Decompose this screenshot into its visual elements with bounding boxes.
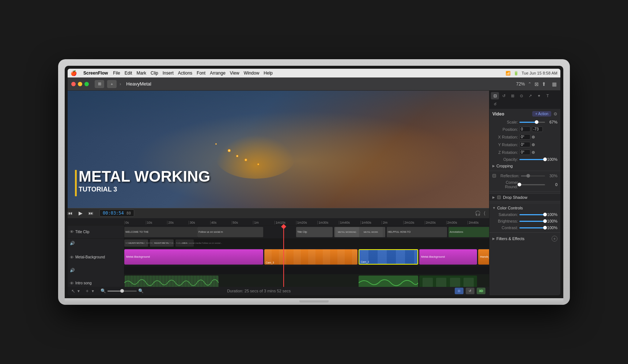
timeline-btn-3[interactable]: 3D [477,288,485,294]
video-preview[interactable]: METAL WORKING TUTORIAL 3 [68,91,489,208]
share-icon[interactable]: ⬆ [542,81,546,87]
tab-audio[interactable]: ↺ [500,92,508,99]
drop-shadow-arrow[interactable]: ▶ [492,196,495,199]
cropping-row[interactable]: ▶ Cropping [489,163,560,169]
position-x-input[interactable] [519,126,530,132]
metal-working-clip[interactable]: METAL WORKING METAL WORK [334,227,385,237]
menu-file[interactable]: File [113,71,120,76]
play-btn[interactable]: ▶ [79,210,83,216]
panel-toggle-icon[interactable]: ▦ [552,81,557,87]
color-controls-row[interactable]: ▼ Color Controls [489,205,560,211]
chevron-icon[interactable]: › [120,81,121,87]
menu-insert[interactable]: Insert [163,71,174,76]
cam3-green-clip[interactable]: Cam_3 [419,276,477,287]
brightness-slider[interactable] [519,221,545,222]
annotations-clip[interactable]: Annotations [449,227,489,237]
menu-view[interactable]: View [230,71,239,76]
minimize-button[interactable] [78,82,82,86]
apple-icon[interactable]: 🍎 [71,70,77,76]
tab-touch[interactable]: ☌ [491,100,499,107]
volume-icon[interactable]: 🎧 [475,211,481,216]
tab-callout[interactable]: ⊙ [517,92,525,99]
cursor-chevron[interactable]: ▼ [77,289,80,293]
menu-actions[interactable]: Actions [178,71,192,76]
tab-screen[interactable]: ⊞ [508,92,517,99]
tab-annotation[interactable]: ↗ [526,92,534,99]
gear-icon[interactable]: ⚙ [553,111,557,117]
welcome-text-clip[interactable]: WELCOME TO THE [124,227,197,237]
menu-edit[interactable]: Edit [125,71,132,76]
action-button[interactable]: + Action [532,111,551,117]
menu-arrange[interactable]: Arrange [210,71,226,76]
green-audio-clip[interactable] [359,276,418,287]
close-button[interactable] [71,82,76,86]
saturation-slider[interactable] [519,214,545,215]
y-rotation-keyframe[interactable] [532,143,535,146]
cursor-btn[interactable]: ↖ [71,288,75,294]
menu-font[interactable]: Font [197,71,205,76]
sub-heavy-2[interactable]: HEAVY METAL [150,239,174,247]
tab-transition[interactable]: ✦ [535,92,543,99]
opacity-slider[interactable] [519,159,545,160]
track-content-title[interactable]: HEAVYMETAL HEAVYMETAL HEA WELCOME TO THE [124,225,489,238]
follow-text-clip[interactable]: Follow us on social m [197,227,263,237]
saturation-thumb[interactable] [543,213,547,216]
scale-slider[interactable] [519,122,545,123]
menu-window[interactable]: Window [244,71,260,76]
hands-clip[interactable]: Hands_2.jpg [478,249,489,265]
crop-icon[interactable]: ⊠ [534,81,539,87]
add-chevron[interactable]: ▼ [91,289,95,293]
fast-forward-btn[interactable]: ⏭ [88,210,94,216]
z-rotation-input[interactable] [519,149,530,155]
y-rotation-input[interactable] [519,142,530,147]
tab-text[interactable]: T [544,92,552,99]
zoom-adjust-icon[interactable]: ⌃ [528,81,531,87]
timeline-btn-2[interactable]: ↺ [466,288,474,294]
tab-video[interactable]: ⊡ [491,92,499,99]
reflection-slider[interactable] [521,175,545,177]
sub-he[interactable]: HEA [175,239,194,247]
menu-help[interactable]: Help [264,71,273,76]
rewind-btn[interactable]: ⏮ [68,210,73,216]
new-window-btn[interactable]: ⊞ [95,80,104,88]
track-content-audio[interactable]: Cam_3 [124,274,489,287]
z-rotation-keyframe[interactable] [532,151,535,154]
timeline-area[interactable]: 0s 10s 20s 30s 40s 50s 1m 1m10s 1m20s [68,218,489,287]
corner-round-slider[interactable] [519,184,545,185]
metal-bg-clip-1[interactable]: Metal-Background [124,249,263,265]
filters-arrow[interactable]: ▶ [492,237,495,240]
zoom-slider-thumb[interactable] [120,289,124,293]
contrast-thumb[interactable] [543,226,547,230]
track-eye-video-icon[interactable]: 👁 [70,255,74,259]
track-audio-control-icon[interactable]: 🔊 [70,268,75,273]
sub-heavy-1[interactable]: HEAVY METAL [124,239,148,247]
cam2-clip-selected[interactable]: Cam_2 [359,249,418,265]
scale-thumb[interactable] [535,120,538,124]
metal-bg-clip-2[interactable]: Metal-Background [419,249,477,265]
x-rotation-input[interactable] [519,134,530,140]
plus-btn[interactable]: + [107,80,117,88]
opacity-thumb[interactable] [543,158,547,161]
add-filter-btn[interactable]: + [552,236,557,242]
reflection-checkbox[interactable] [492,174,496,178]
helpful-clip[interactable]: HELPFUL HOW-TO [387,227,447,237]
drop-shadow-checkbox[interactable] [497,196,501,199]
zoom-slider-track[interactable] [107,291,137,292]
track-content-video[interactable]: Metal-Background Cam_3 Cam_2 [124,248,489,266]
timeline-btn-1[interactable]: ⊞ [455,288,464,294]
contrast-slider[interactable] [519,227,545,228]
brightness-thumb[interactable] [543,219,547,223]
position-y-input[interactable] [532,126,543,132]
intro-song-clip[interactable] [124,276,219,287]
zoom-in-icon[interactable]: 🔍 [138,288,144,293]
add-track-btn[interactable]: ＋ [85,288,90,294]
track-eye-audio-icon[interactable]: 👁 [70,281,74,285]
zoom-out-icon[interactable]: 🔍 [101,288,106,293]
track-eye-icon[interactable]: 👁 [70,230,74,234]
menu-mark[interactable]: Mark [136,71,146,76]
cam3-clip[interactable]: Cam_3 [264,249,357,265]
collapse-icon[interactable]: ⟨ [484,211,485,216]
x-rotation-keyframe[interactable] [532,136,535,139]
title-clip-mid[interactable]: Title Clip [296,227,333,237]
menu-clip[interactable]: Clip [151,71,158,76]
